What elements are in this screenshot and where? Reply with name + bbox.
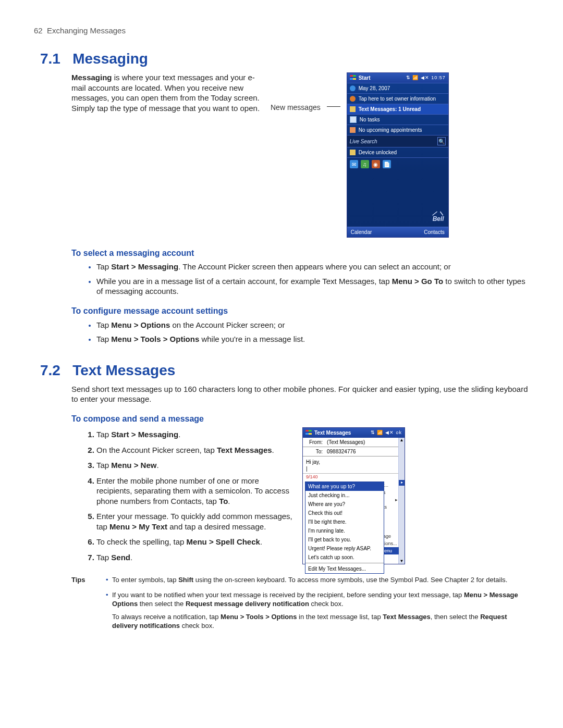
callout-new-messages: New messages bbox=[271, 103, 321, 112]
ss1-start-label: Start bbox=[359, 75, 371, 81]
section-7-2-intro: Send short text messages up to 160 chara… bbox=[71, 384, 529, 404]
ss2-char-count: 9/140 bbox=[303, 474, 399, 482]
bullet-config-1: Tap Menu > Options on the Account Picker… bbox=[96, 320, 529, 330]
tips-label: Tips bbox=[71, 576, 92, 636]
scroll-up-icon: ▲ bbox=[400, 438, 404, 443]
ss1-messages: Text Messages: 1 Unread bbox=[359, 106, 421, 113]
mytext-edit: Edit My Text Messages... bbox=[305, 564, 384, 573]
intro-keyword: Messaging bbox=[71, 73, 112, 82]
step-6: To check the spelling, tap Menu > Spell … bbox=[96, 537, 293, 547]
bullet-select-1: Tap Start > Messaging. The Account Picke… bbox=[96, 262, 529, 272]
ss1-search-row: Live Search 🔍 bbox=[347, 135, 448, 147]
ss1-contacts-softkey: Contacts bbox=[424, 229, 444, 236]
ss2-status-icons: ⇅ 📶 ◀✕ ok bbox=[371, 430, 402, 436]
step-7: Tap Send. bbox=[96, 552, 293, 563]
mytext-item-2: Where are you? bbox=[305, 500, 384, 509]
mytext-item-5: I'm running late. bbox=[305, 526, 384, 535]
mytext-item-4: I'll be right there. bbox=[305, 517, 384, 526]
ss1-date-row: May 28, 2007 bbox=[347, 83, 448, 93]
ss2-background-menu: t... s ▸ ts age tions... lenu bbox=[382, 482, 399, 554]
ss1-search-label: Live Search bbox=[350, 138, 377, 145]
bell-logo-arc: ⟋⟍ bbox=[351, 211, 444, 215]
mytext-item-7: Urgent! Please reply ASAP. bbox=[305, 544, 384, 553]
ss2-scrollbar: ▲ ▸ ▼ bbox=[398, 438, 405, 564]
scroll-down-icon: ▼ bbox=[400, 559, 404, 564]
section-7-1-head: 7.1 Messaging bbox=[40, 51, 529, 67]
clock-icon bbox=[350, 85, 356, 91]
ss2-greeting: Hi jay, bbox=[306, 459, 320, 465]
page-number: 62 bbox=[34, 26, 43, 35]
mytext-menu: What are you up to? Just checking in... … bbox=[305, 482, 384, 574]
owner-icon bbox=[350, 96, 356, 102]
launcher-icon-4: 📄 bbox=[383, 160, 391, 168]
bell-logo-text: Bell bbox=[433, 215, 444, 223]
ss1-launcher-row: ✉ ♫ ◉ 📄 bbox=[347, 157, 448, 170]
ss1-status-icons: ⇅ 📶 ◀✕ 10:57 bbox=[406, 75, 446, 81]
ss2-to-row: To: 0988324776 bbox=[303, 447, 399, 456]
ss1-titlebar: Start ⇅ 📶 ◀✕ 10:57 bbox=[347, 73, 448, 83]
ss1-unlocked-row: Device unlocked bbox=[347, 147, 448, 157]
from-value: (Text Messages) bbox=[327, 439, 365, 446]
mytext-item-3: Check this out! bbox=[305, 509, 384, 517]
ss1-owner-row: Tap here to set owner information bbox=[347, 93, 448, 104]
subhead-configure: To configure message account settings bbox=[71, 306, 529, 317]
bell-logo: ⟋⟍ Bell bbox=[347, 207, 448, 227]
callout-line bbox=[327, 106, 340, 107]
section-number: 7.2 bbox=[40, 362, 70, 379]
ss2-message-body: Hi jay,| bbox=[303, 456, 399, 473]
scroll-right-icon: ▸ bbox=[399, 480, 405, 486]
ss1-date: May 28, 2007 bbox=[359, 85, 390, 92]
screenshot-text-compose: Text Messages ⇅ 📶 ◀✕ ok From: (Text Mess… bbox=[302, 427, 405, 564]
mytext-item-0: What are you up to? bbox=[305, 482, 384, 491]
section-7-2-head: 7.2 Text Messages bbox=[40, 362, 529, 379]
section-7-1-intro: Messaging is where your text messages an… bbox=[71, 72, 264, 113]
ss2-titlebar: Text Messages ⇅ 📶 ◀✕ ok bbox=[303, 428, 405, 438]
section-title: Text Messages bbox=[72, 362, 175, 379]
calendar-icon bbox=[350, 127, 356, 133]
launcher-icon-3: ◉ bbox=[372, 160, 380, 168]
ss1-unlocked: Device unlocked bbox=[359, 149, 397, 156]
tip-2: If you want to be notified when your tex… bbox=[106, 591, 529, 631]
from-label: From: bbox=[306, 439, 323, 446]
to-value: 0988324776 bbox=[327, 448, 356, 455]
screenshot-today-screen: Start ⇅ 📶 ◀✕ 10:57 May 28, 2007 Tap here… bbox=[347, 72, 449, 238]
section-number: 7.1 bbox=[40, 51, 70, 67]
step-3: Tap Menu > New. bbox=[96, 460, 293, 471]
ss2-from-row: From: (Text Messages) bbox=[303, 438, 399, 447]
ss1-appts: No upcoming appointments bbox=[359, 127, 422, 133]
launcher-icon-1: ✉ bbox=[350, 160, 358, 168]
ss1-softkey-bar: Calendar Contacts bbox=[347, 227, 448, 237]
step-5: Enter your message. To quickly add commo… bbox=[96, 511, 293, 532]
tasks-icon bbox=[350, 116, 357, 123]
launcher-icon-2: ♫ bbox=[361, 160, 369, 168]
ss2-title: Text Messages bbox=[314, 429, 351, 436]
bullet-config-2: Tap Menu > Tools > Options while you're … bbox=[96, 334, 529, 344]
step-4: Enter the mobile phone number of one or … bbox=[96, 476, 293, 507]
ss1-owner: Tap here to set owner information bbox=[359, 95, 436, 102]
ss1-tasks: No tasks bbox=[360, 116, 380, 123]
bullet-select-2: While you are in a message list of a cer… bbox=[96, 276, 529, 297]
mytext-item-6: I'll get back to you. bbox=[305, 535, 384, 544]
tip-1: To enter symbols, tap Shift using the on… bbox=[106, 576, 529, 585]
ss1-calendar-softkey: Calendar bbox=[351, 229, 372, 236]
step-1: Tap Start > Messaging. bbox=[96, 429, 293, 440]
search-icon: 🔍 bbox=[437, 137, 446, 145]
ss1-messages-row: Text Messages: 1 Unread bbox=[347, 104, 448, 114]
windows-flag-icon bbox=[305, 430, 312, 436]
chapter-title: Exchanging Messages bbox=[47, 26, 126, 35]
step-2: On the Account Picker screen, tap Text M… bbox=[96, 445, 293, 455]
ss1-tasks-row: No tasks bbox=[347, 114, 448, 125]
windows-flag-icon bbox=[350, 75, 356, 81]
section-title: Messaging bbox=[72, 51, 148, 67]
subhead-compose: To compose and send a message bbox=[71, 414, 529, 425]
mytext-item-1: Just checking in... bbox=[305, 491, 384, 500]
page-header: 62 Exchanging Messages bbox=[34, 26, 529, 35]
subhead-select-account: To select a messaging account bbox=[71, 248, 529, 259]
ss1-appts-row: No upcoming appointments bbox=[347, 125, 448, 135]
envelope-icon bbox=[350, 106, 356, 112]
lock-icon bbox=[350, 150, 356, 155]
mytext-item-8: Let's catch up soon. bbox=[305, 553, 384, 562]
to-label: To: bbox=[306, 448, 323, 455]
